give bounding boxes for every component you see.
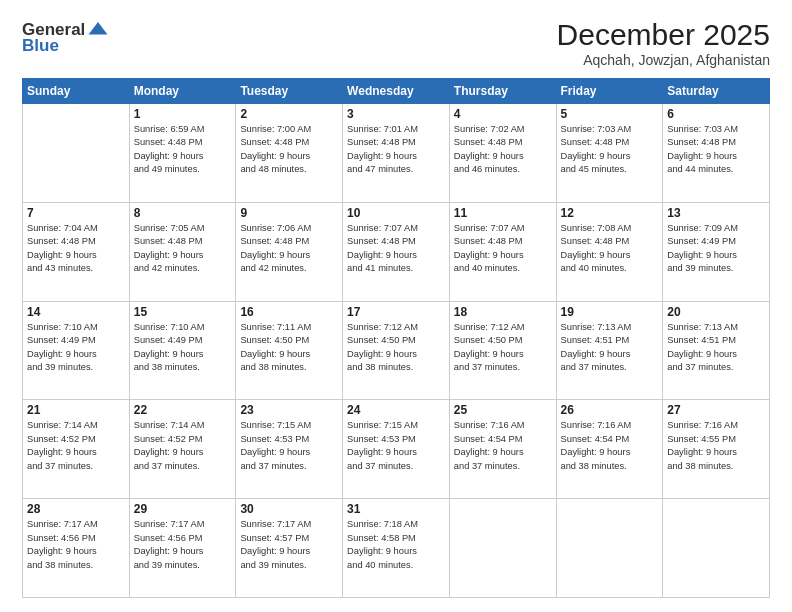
- weekday-header: Sunday: [23, 79, 130, 104]
- day-number: 25: [454, 403, 552, 417]
- page: General Blue December 2025 Aqchah, Jowzj…: [0, 0, 792, 612]
- calendar-cell: 19Sunrise: 7:13 AMSunset: 4:51 PMDayligh…: [556, 301, 663, 400]
- calendar-cell: [23, 104, 130, 203]
- header: General Blue December 2025 Aqchah, Jowzj…: [22, 18, 770, 68]
- calendar-cell: 18Sunrise: 7:12 AMSunset: 4:50 PMDayligh…: [449, 301, 556, 400]
- calendar-cell: 22Sunrise: 7:14 AMSunset: 4:52 PMDayligh…: [129, 400, 236, 499]
- day-info: Sunrise: 7:01 AMSunset: 4:48 PMDaylight:…: [347, 123, 445, 177]
- day-number: 4: [454, 107, 552, 121]
- calendar-cell: 11Sunrise: 7:07 AMSunset: 4:48 PMDayligh…: [449, 202, 556, 301]
- day-number: 14: [27, 305, 125, 319]
- location: Aqchah, Jowzjan, Afghanistan: [557, 52, 770, 68]
- calendar-cell: 31Sunrise: 7:18 AMSunset: 4:58 PMDayligh…: [343, 499, 450, 598]
- day-number: 12: [561, 206, 659, 220]
- calendar-cell: 23Sunrise: 7:15 AMSunset: 4:53 PMDayligh…: [236, 400, 343, 499]
- day-number: 13: [667, 206, 765, 220]
- day-info: Sunrise: 7:17 AMSunset: 4:57 PMDaylight:…: [240, 518, 338, 572]
- weekday-header: Tuesday: [236, 79, 343, 104]
- calendar-cell: [449, 499, 556, 598]
- day-number: 11: [454, 206, 552, 220]
- day-info: Sunrise: 7:04 AMSunset: 4:48 PMDaylight:…: [27, 222, 125, 276]
- day-number: 26: [561, 403, 659, 417]
- title-block: December 2025 Aqchah, Jowzjan, Afghanist…: [557, 18, 770, 68]
- day-info: Sunrise: 7:07 AMSunset: 4:48 PMDaylight:…: [347, 222, 445, 276]
- calendar-table: SundayMondayTuesdayWednesdayThursdayFrid…: [22, 78, 770, 598]
- calendar-cell: 21Sunrise: 7:14 AMSunset: 4:52 PMDayligh…: [23, 400, 130, 499]
- day-number: 16: [240, 305, 338, 319]
- calendar-cell: 13Sunrise: 7:09 AMSunset: 4:49 PMDayligh…: [663, 202, 770, 301]
- day-number: 23: [240, 403, 338, 417]
- calendar-cell: 4Sunrise: 7:02 AMSunset: 4:48 PMDaylight…: [449, 104, 556, 203]
- day-info: Sunrise: 7:18 AMSunset: 4:58 PMDaylight:…: [347, 518, 445, 572]
- day-info: Sunrise: 7:17 AMSunset: 4:56 PMDaylight:…: [134, 518, 232, 572]
- day-number: 17: [347, 305, 445, 319]
- calendar-cell: 10Sunrise: 7:07 AMSunset: 4:48 PMDayligh…: [343, 202, 450, 301]
- calendar-cell: 3Sunrise: 7:01 AMSunset: 4:48 PMDaylight…: [343, 104, 450, 203]
- day-info: Sunrise: 7:16 AMSunset: 4:54 PMDaylight:…: [454, 419, 552, 473]
- calendar-cell: 16Sunrise: 7:11 AMSunset: 4:50 PMDayligh…: [236, 301, 343, 400]
- logo: General Blue: [22, 18, 109, 56]
- day-info: Sunrise: 7:10 AMSunset: 4:49 PMDaylight:…: [27, 321, 125, 375]
- weekday-header: Monday: [129, 79, 236, 104]
- day-info: Sunrise: 7:09 AMSunset: 4:49 PMDaylight:…: [667, 222, 765, 276]
- calendar-cell: 28Sunrise: 7:17 AMSunset: 4:56 PMDayligh…: [23, 499, 130, 598]
- day-info: Sunrise: 7:02 AMSunset: 4:48 PMDaylight:…: [454, 123, 552, 177]
- day-info: Sunrise: 7:03 AMSunset: 4:48 PMDaylight:…: [561, 123, 659, 177]
- calendar-cell: 6Sunrise: 7:03 AMSunset: 4:48 PMDaylight…: [663, 104, 770, 203]
- calendar-cell: 24Sunrise: 7:15 AMSunset: 4:53 PMDayligh…: [343, 400, 450, 499]
- weekday-header: Thursday: [449, 79, 556, 104]
- calendar-cell: 29Sunrise: 7:17 AMSunset: 4:56 PMDayligh…: [129, 499, 236, 598]
- calendar-cell: 25Sunrise: 7:16 AMSunset: 4:54 PMDayligh…: [449, 400, 556, 499]
- week-row: 14Sunrise: 7:10 AMSunset: 4:49 PMDayligh…: [23, 301, 770, 400]
- day-info: Sunrise: 7:17 AMSunset: 4:56 PMDaylight:…: [27, 518, 125, 572]
- day-number: 15: [134, 305, 232, 319]
- day-number: 27: [667, 403, 765, 417]
- day-number: 31: [347, 502, 445, 516]
- calendar-cell: [556, 499, 663, 598]
- day-info: Sunrise: 7:12 AMSunset: 4:50 PMDaylight:…: [347, 321, 445, 375]
- calendar-cell: 7Sunrise: 7:04 AMSunset: 4:48 PMDaylight…: [23, 202, 130, 301]
- day-number: 28: [27, 502, 125, 516]
- day-info: Sunrise: 7:13 AMSunset: 4:51 PMDaylight:…: [561, 321, 659, 375]
- month-title: December 2025: [557, 18, 770, 52]
- calendar-cell: 14Sunrise: 7:10 AMSunset: 4:49 PMDayligh…: [23, 301, 130, 400]
- day-info: Sunrise: 7:14 AMSunset: 4:52 PMDaylight:…: [27, 419, 125, 473]
- day-info: Sunrise: 7:10 AMSunset: 4:49 PMDaylight:…: [134, 321, 232, 375]
- weekday-header: Saturday: [663, 79, 770, 104]
- day-number: 6: [667, 107, 765, 121]
- day-number: 3: [347, 107, 445, 121]
- day-number: 18: [454, 305, 552, 319]
- week-row: 28Sunrise: 7:17 AMSunset: 4:56 PMDayligh…: [23, 499, 770, 598]
- week-row: 21Sunrise: 7:14 AMSunset: 4:52 PMDayligh…: [23, 400, 770, 499]
- day-info: Sunrise: 7:06 AMSunset: 4:48 PMDaylight:…: [240, 222, 338, 276]
- calendar-cell: [663, 499, 770, 598]
- day-info: Sunrise: 7:00 AMSunset: 4:48 PMDaylight:…: [240, 123, 338, 177]
- svg-marker-0: [89, 22, 108, 35]
- day-number: 29: [134, 502, 232, 516]
- day-number: 20: [667, 305, 765, 319]
- day-info: Sunrise: 7:16 AMSunset: 4:55 PMDaylight:…: [667, 419, 765, 473]
- weekday-header: Friday: [556, 79, 663, 104]
- logo-icon: [87, 18, 109, 40]
- day-number: 19: [561, 305, 659, 319]
- week-row: 7Sunrise: 7:04 AMSunset: 4:48 PMDaylight…: [23, 202, 770, 301]
- calendar-cell: 17Sunrise: 7:12 AMSunset: 4:50 PMDayligh…: [343, 301, 450, 400]
- calendar-cell: 27Sunrise: 7:16 AMSunset: 4:55 PMDayligh…: [663, 400, 770, 499]
- day-number: 2: [240, 107, 338, 121]
- day-info: Sunrise: 7:15 AMSunset: 4:53 PMDaylight:…: [347, 419, 445, 473]
- day-info: Sunrise: 7:05 AMSunset: 4:48 PMDaylight:…: [134, 222, 232, 276]
- calendar-cell: 8Sunrise: 7:05 AMSunset: 4:48 PMDaylight…: [129, 202, 236, 301]
- calendar-cell: 2Sunrise: 7:00 AMSunset: 4:48 PMDaylight…: [236, 104, 343, 203]
- day-info: Sunrise: 7:03 AMSunset: 4:48 PMDaylight:…: [667, 123, 765, 177]
- calendar-cell: 12Sunrise: 7:08 AMSunset: 4:48 PMDayligh…: [556, 202, 663, 301]
- day-info: Sunrise: 7:07 AMSunset: 4:48 PMDaylight:…: [454, 222, 552, 276]
- day-info: Sunrise: 7:15 AMSunset: 4:53 PMDaylight:…: [240, 419, 338, 473]
- calendar-cell: 1Sunrise: 6:59 AMSunset: 4:48 PMDaylight…: [129, 104, 236, 203]
- day-number: 5: [561, 107, 659, 121]
- day-number: 10: [347, 206, 445, 220]
- day-number: 24: [347, 403, 445, 417]
- day-info: Sunrise: 7:12 AMSunset: 4:50 PMDaylight:…: [454, 321, 552, 375]
- day-number: 9: [240, 206, 338, 220]
- calendar-cell: 5Sunrise: 7:03 AMSunset: 4:48 PMDaylight…: [556, 104, 663, 203]
- day-number: 1: [134, 107, 232, 121]
